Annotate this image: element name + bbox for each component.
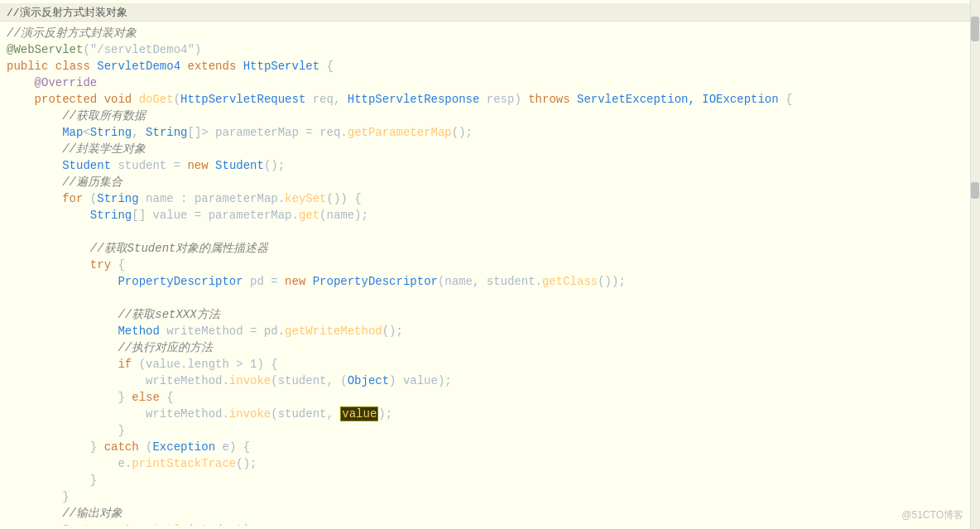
code-line: if (value.length > 1) { — [0, 356, 980, 373]
code-line — [0, 224, 980, 240]
code-token: ) value); — [389, 374, 452, 387]
code-token — [132, 93, 138, 106]
code-token: ServletException, IOException — [577, 93, 779, 106]
code-token: } — [7, 474, 97, 487]
code-token: invoke — [229, 407, 271, 421]
code-token: resp) — [479, 93, 528, 106]
code-line: System.out.println(student); — [0, 522, 980, 526]
code-token: writeMethod = pd. — [160, 325, 285, 338]
code-line — [0, 290, 980, 306]
code-token: try — [90, 258, 111, 272]
top-bar-label: //演示反射方式封装对象 — [7, 5, 127, 20]
code-token: (); — [264, 159, 285, 172]
code-token: //遍历集合 — [7, 176, 122, 189]
code-line: //封装学生对象 — [0, 141, 980, 157]
code-token: protected — [35, 93, 98, 106]
code-line: protected void doGet(HttpServletRequest … — [0, 91, 980, 108]
code-token: //获取Student对象的属性描述器 — [7, 242, 268, 255]
code-token: , — [132, 126, 146, 139]
scrollbar-thumb-top[interactable] — [971, 17, 979, 41]
code-token: ( — [83, 192, 97, 205]
code-token — [97, 93, 103, 106]
code-token: [] value = parameterMap. — [132, 209, 299, 222]
code-token: getWriteMethod — [285, 325, 382, 338]
code-token: length — [187, 358, 228, 371]
code-token: writeMethod. — [7, 407, 229, 421]
code-token: class — [55, 60, 90, 73]
code-line: } — [0, 472, 980, 488]
code-token: []> parameterMap = req. — [188, 126, 348, 139]
code-token: ("/servletDemo4") — [83, 43, 201, 56]
code-token — [7, 358, 118, 371]
code-token: new — [285, 275, 305, 288]
code-token: > 1) { — [229, 358, 278, 371]
code-token: //执行对应的方法 — [7, 341, 213, 354]
code-token: if — [118, 358, 132, 371]
code-token: PropertyDescriptor — [118, 275, 243, 288]
code-line: String[] value = parameterMap.get(name); — [0, 207, 980, 224]
code-token: extends — [187, 60, 236, 73]
code-token — [48, 60, 55, 73]
code-token: } — [7, 440, 104, 454]
code-line: //获取Student对象的属性描述器 — [0, 240, 980, 257]
code-token: getParameterMap — [348, 126, 452, 139]
code-token: < — [83, 126, 89, 139]
code-token: //输出对象 — [7, 507, 122, 520]
code-token: (student, ( — [271, 374, 347, 387]
code-token — [570, 93, 577, 106]
code-token: @WebServlet — [7, 43, 83, 56]
code-token: (); — [236, 457, 257, 470]
code-token: else — [132, 391, 160, 404]
code-token: printStackTrace — [132, 457, 236, 470]
code-line: e.printStackTrace(); — [0, 455, 980, 472]
code-token: HttpServletResponse — [348, 93, 480, 106]
code-area[interactable]: //演示反射方式封装对象@WebServlet("/servletDemo4")… — [0, 22, 980, 526]
code-token: req, — [305, 93, 347, 106]
code-token: @Override — [7, 76, 97, 89]
code-token: //封装学生对象 — [7, 142, 146, 156]
code-token: (); — [382, 325, 403, 338]
code-token: getClass — [542, 275, 598, 288]
code-token: } — [7, 391, 132, 404]
code-token: } — [7, 490, 70, 503]
code-line: } else { — [0, 389, 980, 406]
code-token: { — [111, 258, 125, 272]
code-token: student = — [111, 159, 187, 172]
code-token: String — [97, 192, 138, 205]
code-token: Method — [118, 325, 159, 338]
code-token: String — [90, 209, 132, 222]
code-token: } — [7, 424, 125, 437]
code-line: @WebServlet("/servletDemo4") — [0, 41, 980, 58]
code-line: Map<String, String[]> parameterMap = req… — [0, 124, 980, 141]
code-token: HttpServlet — [243, 60, 319, 73]
code-token — [90, 60, 97, 73]
code-line: //遍历集合 — [0, 174, 980, 190]
scrollbar-thumb-mid[interactable] — [971, 182, 979, 199]
code-token: catch — [104, 440, 139, 454]
code-token: (student, — [271, 407, 340, 421]
code-token: out — [111, 523, 132, 526]
code-token: pd = — [243, 275, 285, 288]
code-token: invoke — [229, 374, 271, 387]
code-line: try { — [0, 257, 980, 273]
code-token: public — [7, 60, 48, 73]
code-token: //获取setXXX方法 — [7, 308, 220, 321]
code-token: ServletDemo4 — [97, 60, 180, 73]
code-line: Method writeMethod = pd.getWriteMethod()… — [0, 323, 980, 339]
scrollbar-track[interactable] — [970, 0, 980, 529]
code-token: get — [299, 209, 319, 222]
code-token: (value. — [132, 358, 187, 371]
code-token — [305, 275, 312, 288]
code-token: value — [340, 406, 378, 421]
code-line: public class ServletDemo4 extends HttpSe… — [0, 58, 980, 75]
code-token: HttpServletRequest — [180, 93, 305, 106]
code-line: Student student = new Student(); — [0, 157, 980, 174]
code-token: println — [139, 523, 188, 526]
code-token: keySet — [285, 192, 326, 205]
code-token: { — [319, 60, 334, 73]
code-token: e. — [7, 457, 132, 470]
code-token: name : parameterMap. — [139, 192, 285, 205]
code-line: } — [0, 422, 980, 439]
code-line: //获取所有数据 — [0, 108, 980, 124]
code-token: ( — [174, 93, 180, 106]
